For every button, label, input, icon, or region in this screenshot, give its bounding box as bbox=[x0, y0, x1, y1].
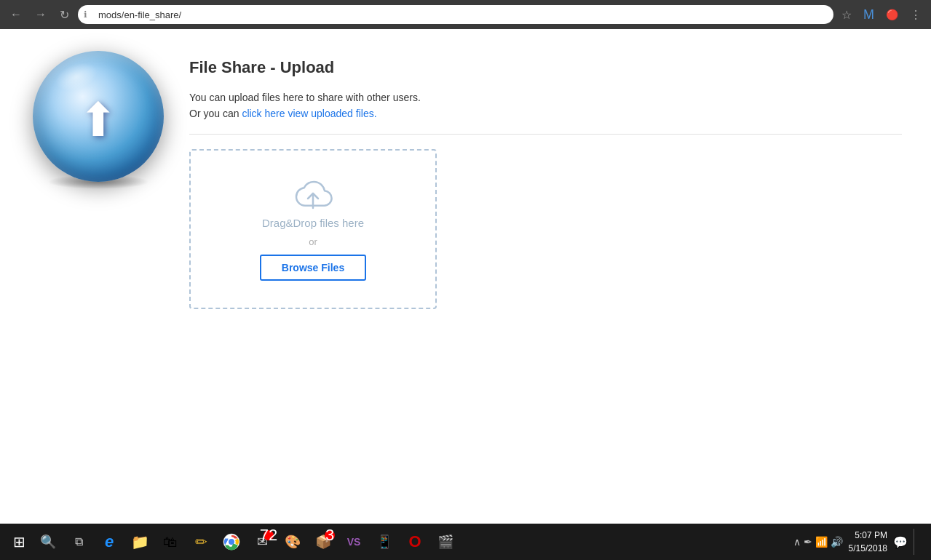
upload-sphere: ⬆ bbox=[33, 51, 164, 182]
page-content: ⬆ File Share - Upload You can upload fil… bbox=[0, 29, 931, 524]
forward-button[interactable]: → bbox=[31, 5, 51, 24]
right-content: File Share - Upload You can upload files… bbox=[189, 51, 902, 309]
drag-drop-text: Drag&Drop files here bbox=[262, 217, 364, 229]
description-2: Or you can click here view uploaded file… bbox=[189, 108, 902, 119]
extension-icon[interactable]: M bbox=[860, 4, 878, 25]
page-title: File Share - Upload bbox=[189, 58, 902, 77]
refresh-button[interactable]: ↻ bbox=[55, 5, 74, 25]
menu-icon[interactable]: ⋮ bbox=[906, 5, 925, 25]
desc-2-prefix: Or you can bbox=[189, 108, 242, 119]
upload-icon-wrap: ⬆ bbox=[29, 51, 167, 189]
back-button[interactable]: ← bbox=[6, 5, 26, 24]
info-icon: ℹ bbox=[84, 9, 87, 20]
bookmark-icon[interactable]: ☆ bbox=[838, 5, 855, 25]
divider bbox=[189, 134, 902, 135]
browser-chrome: ← → ↻ ℹ ☆ M 🔴 ⋮ bbox=[0, 0, 931, 29]
view-files-link[interactable]: click here view uploaded files. bbox=[242, 108, 376, 119]
upload-arrow-icon: ⬆ bbox=[79, 97, 118, 143]
description-1: You can upload files here to share with … bbox=[189, 92, 902, 103]
cloud-upload-icon bbox=[293, 177, 333, 209]
address-bar-wrap: ℹ bbox=[78, 5, 833, 24]
address-input[interactable] bbox=[78, 5, 833, 24]
or-text: or bbox=[309, 236, 317, 247]
drop-zone[interactable]: Drag&Drop files here or Browse Files bbox=[189, 149, 437, 309]
browse-files-button[interactable]: Browse Files bbox=[260, 255, 366, 281]
extension2-icon[interactable]: 🔴 bbox=[882, 6, 902, 23]
